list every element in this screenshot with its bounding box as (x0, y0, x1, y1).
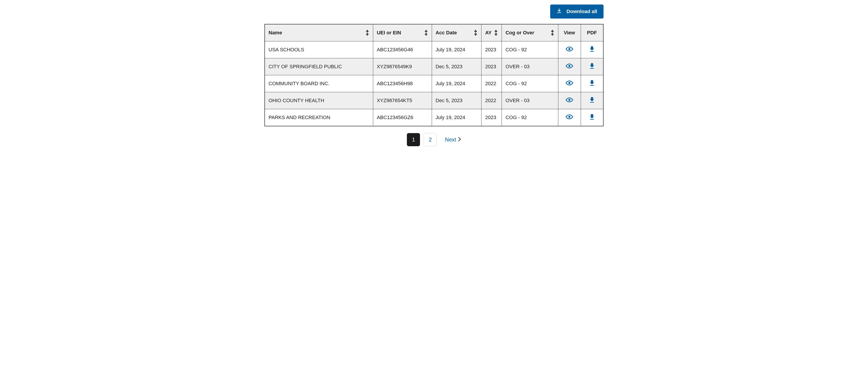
cell-name: COMMUNITY BOARD INC. (265, 75, 373, 92)
cell-acc-date: Dec 5, 2023 (432, 92, 482, 109)
header-name-label: Name (269, 30, 282, 36)
cell-ay: 2023 (482, 41, 502, 58)
page-1-button[interactable]: 1 (407, 133, 420, 146)
cell-name: USA SCHOOLS (265, 41, 373, 58)
header-uei[interactable]: UEI or EIN (373, 24, 432, 41)
view-button[interactable] (565, 63, 573, 70)
cell-ay: 2022 (482, 75, 502, 92)
cell-cog: OVER - 03 (502, 58, 558, 75)
svg-point-11 (568, 82, 570, 84)
download-icon (588, 63, 596, 70)
header-cog-label: Cog or Over (505, 30, 534, 36)
header-view: View (558, 24, 581, 41)
svg-point-8 (568, 65, 570, 67)
download-pdf-button[interactable] (588, 114, 596, 121)
table-row: PARKS AND RECREATIONABC123456GZ6July 19,… (265, 109, 603, 126)
header-ay[interactable]: AY (482, 24, 502, 41)
view-button[interactable] (565, 80, 573, 88)
cell-uei: ABC123456H98 (373, 75, 432, 92)
download-pdf-button[interactable] (588, 63, 596, 70)
download-pdf-button[interactable] (588, 46, 596, 54)
view-button[interactable] (565, 46, 573, 54)
cell-ay: 2022 (482, 92, 502, 109)
cell-uei: ABC123456G46 (373, 41, 432, 58)
svg-point-5 (568, 48, 570, 50)
sort-updown-icon (365, 30, 369, 36)
header-acc-date-label: Acc Date (436, 30, 457, 36)
header-pdf: PDF (581, 24, 603, 41)
download-icon (588, 97, 596, 104)
table-row: CITY OF SPRINGFIELD PUBLICXYZ9876549K9De… (265, 58, 603, 75)
sort-updown-icon (424, 30, 428, 36)
sort-updown-icon (473, 30, 477, 36)
download-pdf-button[interactable] (588, 80, 596, 88)
cell-acc-date: Dec 5, 2023 (432, 58, 482, 75)
cell-acc-date: July 19, 2024 (432, 75, 482, 92)
table-row: USA SCHOOLSABC123456G46July 19, 20242023… (265, 41, 603, 58)
svg-rect-19 (590, 119, 594, 120)
download-icon (588, 46, 596, 54)
chevron-right-icon (458, 136, 461, 143)
eye-icon (565, 63, 573, 70)
download-all-button[interactable]: Download all (550, 4, 603, 19)
cell-cog: COG - 92 (502, 75, 558, 92)
cell-name: PARKS AND RECREATION (265, 109, 373, 126)
results-table: Name UEI or EIN Acc Date (265, 24, 603, 126)
cell-acc-date: July 19, 2024 (432, 41, 482, 58)
header-cog[interactable]: Cog or Over (502, 24, 558, 41)
pagination: 1 2 Next (265, 133, 603, 146)
cell-cog: COG - 92 (502, 109, 558, 126)
download-icon (588, 80, 596, 88)
next-label: Next (445, 136, 456, 143)
header-acc-date[interactable]: Acc Date (432, 24, 482, 41)
sort-updown-icon (494, 30, 498, 36)
header-uei-label: UEI or EIN (377, 30, 401, 36)
download-all-label: Download all (566, 8, 597, 14)
table-row: OHIO COUNTY HEALTHXYZ987654KT5Dec 5, 202… (265, 92, 603, 109)
download-icon (557, 8, 562, 15)
svg-rect-16 (590, 102, 594, 102)
eye-icon (565, 97, 573, 104)
sort-updown-icon (550, 30, 555, 36)
svg-rect-13 (590, 85, 594, 86)
header-name[interactable]: Name (265, 24, 373, 41)
svg-point-17 (568, 116, 570, 118)
svg-point-14 (568, 99, 570, 101)
eye-icon (565, 114, 573, 121)
next-page-link[interactable]: Next (445, 136, 461, 143)
cell-cog: OVER - 03 (502, 92, 558, 109)
cell-ay: 2023 (482, 58, 502, 75)
eye-icon (565, 46, 573, 54)
download-icon (588, 114, 596, 121)
cell-uei: ABC123456GZ6 (373, 109, 432, 126)
cell-cog: COG - 92 (502, 41, 558, 58)
download-pdf-button[interactable] (588, 97, 596, 104)
cell-uei: XYZ9876549K9 (373, 58, 432, 75)
cell-name: CITY OF SPRINGFIELD PUBLIC (265, 58, 373, 75)
view-button[interactable] (565, 114, 573, 121)
cell-acc-date: July 19, 2024 (432, 109, 482, 126)
cell-name: OHIO COUNTY HEALTH (265, 92, 373, 109)
svg-rect-7 (590, 51, 594, 52)
header-ay-label: AY (485, 30, 492, 36)
cell-ay: 2023 (482, 109, 502, 126)
page-2-button[interactable]: 2 (424, 133, 437, 146)
cell-uei: XYZ987654KT5 (373, 92, 432, 109)
view-button[interactable] (565, 97, 573, 104)
table-row: COMMUNITY BOARD INC.ABC123456H98July 19,… (265, 75, 603, 92)
eye-icon (565, 80, 573, 88)
svg-rect-10 (590, 68, 594, 69)
